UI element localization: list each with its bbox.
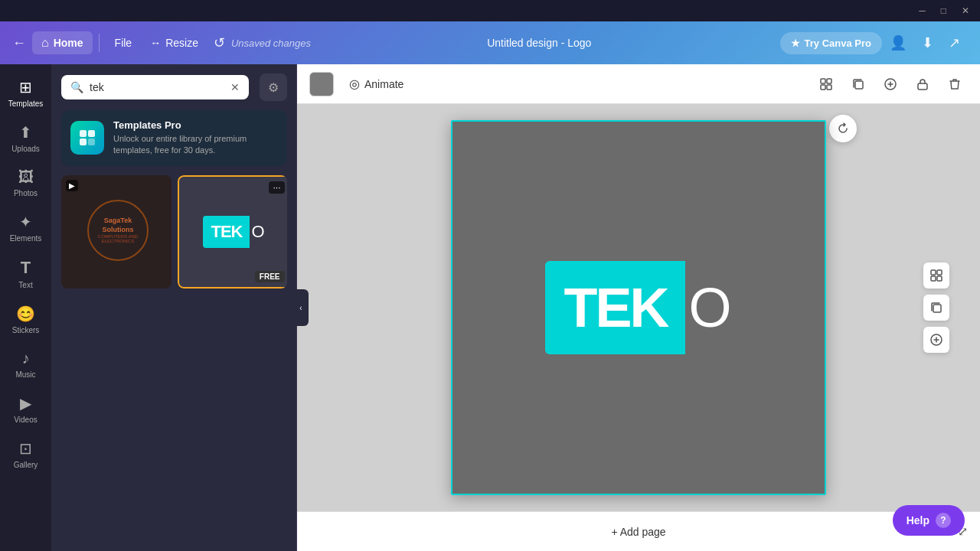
pro-description: Unlock our entire library of premium tem… <box>113 133 278 157</box>
filter-button[interactable]: ⚙ <box>260 73 287 101</box>
pro-title: Templates Pro <box>113 119 278 131</box>
left-panel: 🔍 ✕ ⚙ Templates Pro <box>52 64 297 551</box>
videos-label: Videos <box>14 416 37 424</box>
teko-logo-main: TEK O <box>545 261 731 354</box>
pro-icon <box>70 121 104 155</box>
sidebar-item-music[interactable]: ♪ Music <box>3 342 49 386</box>
stickers-icon: 😊 <box>16 305 35 323</box>
publish-icon[interactable]: ↗ <box>941 30 968 56</box>
share-icon[interactable]: 👤 <box>882 30 914 56</box>
sidebar-item-elements[interactable]: ✦ Elements <box>3 205 49 250</box>
minimize-icon[interactable]: ─ <box>914 4 930 18</box>
try-canva-pro-label: Try Canva Pro <box>805 37 871 49</box>
pro-text: Templates Pro Unlock our entire library … <box>113 119 278 157</box>
template-card-sagatek[interactable]: ▶ SagaTekSolutions COMPUTERS AND ELECTRO… <box>61 175 172 289</box>
home-button[interactable]: ⌂ Home <box>32 31 93 54</box>
animate-label: Animate <box>364 78 403 90</box>
resize-button[interactable]: ↔ Resize <box>141 32 207 54</box>
resize-label: Resize <box>165 37 198 49</box>
duplicate-button[interactable] <box>845 71 871 97</box>
resize-icon: ↔ <box>150 37 161 49</box>
svg-rect-7 <box>827 85 831 90</box>
design-canvas[interactable]: TEK O <box>451 120 826 495</box>
video-badge: ▶ <box>66 180 78 191</box>
free-badge: FREE <box>255 271 285 282</box>
canvas-area: ◎ Animate <box>297 64 980 551</box>
templates-pro-banner[interactable]: Templates Pro Unlock our entire library … <box>61 110 287 166</box>
svg-rect-0 <box>80 130 87 137</box>
svg-rect-13 <box>931 276 936 281</box>
templates-label: Templates <box>8 99 44 108</box>
star-icon: ★ <box>791 37 800 49</box>
sidebar-item-videos[interactable]: ▶ Videos <box>3 386 49 432</box>
add-page-button[interactable]: + Add page <box>599 520 678 544</box>
main-area: ⊞ Templates ⬆ Uploads 🖼 Photos ✦ Element… <box>0 64 980 551</box>
undo-button[interactable]: ↺ <box>207 30 231 56</box>
maximize-icon[interactable]: □ <box>936 4 951 18</box>
svg-rect-12 <box>937 270 942 275</box>
template-card-teko[interactable]: ··· TEK O FREE <box>178 175 288 289</box>
close-icon[interactable]: ✕ <box>957 4 974 18</box>
gallery-label: Gallery <box>14 461 38 469</box>
sidebar-item-templates[interactable]: ⊞ Templates <box>3 70 49 116</box>
svg-rect-5 <box>827 79 831 83</box>
canvas-bottom-bar: + Add page 106% ⤢ <box>297 511 980 551</box>
canvas-workspace[interactable]: TEK O <box>297 104 980 511</box>
search-icon: 🔍 <box>70 81 83 93</box>
more-options-button[interactable]: ··· <box>269 181 284 194</box>
teko-o-text: O <box>251 222 264 242</box>
photos-label: Photos <box>14 189 38 197</box>
unsaved-changes-label: Unsaved changes <box>231 37 311 49</box>
help-button[interactable]: Help ? <box>893 505 965 536</box>
home-label: Home <box>54 37 83 49</box>
hide-panel-icon: ‹ <box>299 304 302 312</box>
photos-icon: 🖼 <box>18 168 34 186</box>
canvas-side-controls <box>923 262 949 353</box>
elements-icon: ✦ <box>19 213 32 231</box>
add-element-icon <box>884 77 897 91</box>
add-element-button[interactable] <box>877 71 903 97</box>
teko-tek-text: TEK <box>211 222 242 241</box>
sidebar-item-photos[interactable]: 🖼 Photos <box>3 161 49 205</box>
hide-panel-button[interactable]: ‹ <box>293 289 309 326</box>
nav-back-button[interactable]: ← <box>12 35 26 51</box>
sidebar-item-text[interactable]: T Text <box>3 250 49 297</box>
teko-card-inner: ··· TEK O FREE <box>178 175 288 289</box>
search-clear-icon[interactable]: ✕ <box>230 81 240 93</box>
download-icon[interactable]: ⬇ <box>914 30 941 56</box>
file-button[interactable]: File <box>106 32 142 54</box>
canvas-frame-button[interactable] <box>923 262 949 289</box>
svg-rect-10 <box>918 83 927 90</box>
animate-button[interactable]: ◎ Animate <box>340 72 413 96</box>
svg-rect-8 <box>855 81 863 89</box>
title-bar: ─ □ ✕ <box>0 0 980 21</box>
frame-button[interactable] <box>813 71 839 97</box>
canvas-add-button[interactable] <box>923 327 949 353</box>
sidebar-item-uploads[interactable]: ⬆ Uploads <box>3 116 49 161</box>
teko-logo-small: TEK O <box>203 216 264 248</box>
templates-icon: ⊞ <box>19 78 32 96</box>
teko-o-main: O <box>688 276 731 339</box>
music-label: Music <box>15 370 35 379</box>
canvas-refresh-button[interactable] <box>829 115 857 142</box>
sidebar-item-gallery[interactable]: ⊡ Gallery <box>3 432 49 477</box>
color-swatch[interactable] <box>309 72 334 96</box>
canvas-duplicate-button[interactable] <box>923 295 949 321</box>
try-canva-pro-button[interactable]: ★ Try Canva Pro <box>780 32 882 54</box>
uploads-label: Uploads <box>11 145 40 153</box>
lock-button[interactable] <box>910 71 936 97</box>
text-label: Text <box>18 281 32 289</box>
svg-rect-3 <box>88 139 95 145</box>
sagatek-card-inner: ▶ SagaTekSolutions COMPUTERS AND ELECTRO… <box>61 175 172 289</box>
svg-rect-1 <box>88 130 95 137</box>
uploads-icon: ⬆ <box>19 123 32 142</box>
sidebar-item-stickers[interactable]: 😊 Stickers <box>3 297 49 342</box>
delete-button[interactable] <box>942 71 968 97</box>
svg-rect-6 <box>821 85 825 90</box>
sagatek-sub: COMPUTERS AND ELECTRONICS <box>89 234 147 243</box>
animate-icon: ◎ <box>349 77 360 91</box>
design-title: Untitled design - Logo <box>487 37 591 49</box>
canvas-toolbar: ◎ Animate <box>297 64 980 104</box>
search-input[interactable] <box>90 81 224 93</box>
nav-bar: ← ⌂ Home File ↔ Resize ↺ Unsaved changes… <box>0 21 980 64</box>
